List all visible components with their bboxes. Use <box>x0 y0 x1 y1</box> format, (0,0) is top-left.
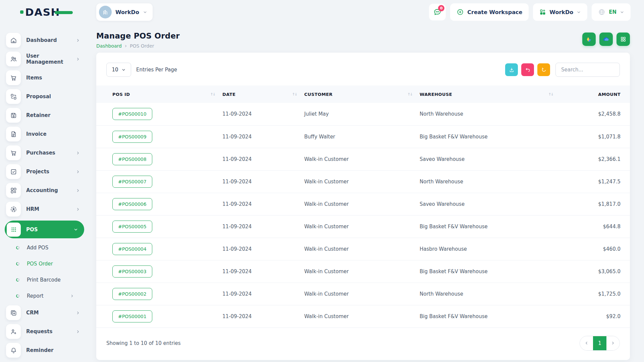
main-content: Manage POS Order Dashboard › POS Order 1… <box>89 24 644 362</box>
pos-id-cell: #POS00004 <box>96 238 222 260</box>
chevron-right-icon <box>76 207 80 212</box>
column-header-amount[interactable]: AMOUNT <box>560 85 630 103</box>
sidebar-item-requests[interactable]: Requests <box>6 324 83 339</box>
column-header-date[interactable]: DATE↑↓ <box>222 85 304 103</box>
app-logo[interactable]: DASH <box>20 7 73 17</box>
sidebar-item-items[interactable]: Items <box>6 70 83 85</box>
topbar: DASH WorkDo 0 Create Workspace WorkDo EN <box>0 0 644 24</box>
amount-cell: $460.0 <box>560 238 630 260</box>
entries-per-page-select[interactable]: 10 <box>106 63 131 77</box>
pos-submenu: Add POS POS Order Print Barcode Report <box>6 240 83 304</box>
pos-id-link[interactable]: #POS00009 <box>112 131 152 143</box>
next-page-button[interactable] <box>606 336 620 350</box>
bullet-icon <box>15 278 20 282</box>
onedrive-button[interactable] <box>599 33 613 46</box>
pos-table-body: #POS0001011-09-2024Juliet MayNorth Wareh… <box>96 103 630 327</box>
sidebar-item-purchases[interactable]: Purchases <box>6 145 83 160</box>
workspace-label: WorkDo <box>115 9 139 15</box>
sidebar-subitem-print-barcode[interactable]: Print Barcode <box>16 272 83 288</box>
pos-order-table: POS ID↑↓ DATE↑↓ CUSTOMER↑↓ WAREHOUSE↑↓ A… <box>96 85 630 328</box>
undo-arrow-icon <box>525 67 531 73</box>
messages-button[interactable]: 0 <box>429 4 446 20</box>
bullet-icon <box>15 245 20 250</box>
card-footer: Showing 1 to 10 of 10 entries 1 <box>96 328 630 360</box>
pos-id-link[interactable]: #POS00001 <box>112 310 152 322</box>
language-code: EN <box>609 9 616 15</box>
page-1-button[interactable]: 1 <box>593 336 606 350</box>
sidebar-item-retainer[interactable]: Retainer <box>6 108 83 123</box>
date-cell: 11-09-2024 <box>222 103 304 125</box>
sidebar-item-projects[interactable]: Projects <box>6 164 83 179</box>
pos-id-link[interactable]: #POS00004 <box>112 243 152 255</box>
google-drive-button[interactable] <box>582 33 596 46</box>
sidebar-item-crm[interactable]: CRM <box>6 305 83 320</box>
sidebar-item-hrm[interactable]: HRM <box>6 202 83 217</box>
workspace-selector[interactable]: WorkDo <box>96 3 153 21</box>
column-header-customer[interactable]: CUSTOMER↑↓ <box>304 85 420 103</box>
pos-id-link[interactable]: #POS00002 <box>112 288 152 300</box>
breadcrumb-link-dashboard[interactable]: Dashboard <box>96 43 122 49</box>
pos-id-link[interactable]: #POS00006 <box>112 198 152 210</box>
warehouse-cell: Hasbro Warehouse <box>420 238 560 260</box>
sort-icon: ↑↓ <box>210 92 215 97</box>
undo-button[interactable] <box>521 63 534 76</box>
previous-page-button[interactable] <box>580 336 593 350</box>
language-selector[interactable]: EN <box>592 3 631 21</box>
entries-summary: Showing 1 to 10 of 10 entries <box>106 340 181 346</box>
chevron-down-icon <box>121 68 126 72</box>
pos-id-link[interactable]: #POS00003 <box>112 265 152 278</box>
pos-id-link[interactable]: #POS00007 <box>112 176 152 188</box>
pos-id-link[interactable]: #POS00010 <box>112 108 152 120</box>
customer-cell: Buffy Walter <box>304 125 420 148</box>
sidebar-subitem-report[interactable]: Report <box>16 288 83 304</box>
pos-dots-grid-icon <box>7 223 21 237</box>
sidebar-item-accounting[interactable]: Accounting <box>6 183 83 198</box>
column-header-warehouse[interactable]: WAREHOUSE↑↓ <box>420 85 560 103</box>
sidebar-item-dashboard[interactable]: Dashboard <box>6 33 83 48</box>
amount-cell: $1,071.8 <box>560 125 630 148</box>
amount-cell: $1,247.5 <box>560 170 630 193</box>
logo-wrap: DASH <box>0 7 89 17</box>
chevron-right-icon <box>70 294 74 298</box>
grid-view-button[interactable] <box>616 33 630 46</box>
sidebar-item-proposal[interactable]: Proposal <box>6 89 83 104</box>
search-input[interactable] <box>555 63 620 77</box>
chevron-right-icon <box>76 329 80 334</box>
workdo-apps-button[interactable]: WorkDo <box>533 3 587 21</box>
customer-cell: Walk-in Customer <box>304 170 420 193</box>
sidebar-item-reminder[interactable]: Reminder <box>6 343 83 358</box>
table-row: #POS0000611-09-2024Walk-in CustomerSaveo… <box>96 193 630 215</box>
customer-cell: Walk-in Customer <box>304 193 420 215</box>
notification-badge: 0 <box>438 5 444 11</box>
users-icon <box>6 52 21 66</box>
chevron-right-icon <box>76 151 80 155</box>
sidebar: Dashboard User Management Items Proposal… <box>0 24 89 362</box>
amount-cell: $2,458.8 <box>560 103 630 125</box>
customer-cell: Walk-in Customer <box>304 148 420 170</box>
globe-icon <box>598 8 605 16</box>
workspace-avatar <box>99 6 112 18</box>
date-cell: 11-09-2024 <box>222 170 304 193</box>
customer-cell: Walk-in Customer <box>304 305 420 327</box>
column-header-pos-id[interactable]: POS ID↑↓ <box>96 85 222 103</box>
sidebar-subitem-pos-order[interactable]: POS Order <box>16 256 83 272</box>
create-workspace-label: Create Workspace <box>467 9 522 15</box>
page-title: Manage POS Order <box>96 32 180 40</box>
sidebar-item-invoice[interactable]: Invoice <box>6 127 83 141</box>
pos-id-link[interactable]: #POS00005 <box>112 221 152 233</box>
export-button[interactable] <box>505 63 518 76</box>
bullet-icon <box>15 294 20 298</box>
entries-per-page-label: Entries Per Page <box>136 67 177 73</box>
pos-id-link[interactable]: #POS00008 <box>112 153 152 165</box>
plus-circle-icon <box>457 8 464 16</box>
sidebar-item-pos[interactable]: POS <box>5 221 84 238</box>
sidebar-item-user-management[interactable]: User Management <box>6 52 83 66</box>
create-workspace-button[interactable]: Create Workspace <box>450 3 529 21</box>
table-row: #POS0000411-09-2024Walk-in CustomerHasbr… <box>96 238 630 260</box>
building-icon <box>102 9 109 15</box>
chevron-right-icon <box>611 341 615 345</box>
refresh-button[interactable] <box>537 63 550 76</box>
breadcrumb-current: POS Order <box>130 43 154 49</box>
sidebar-subitem-add-pos[interactable]: Add POS <box>16 240 83 256</box>
user-plus-icon <box>6 324 21 339</box>
